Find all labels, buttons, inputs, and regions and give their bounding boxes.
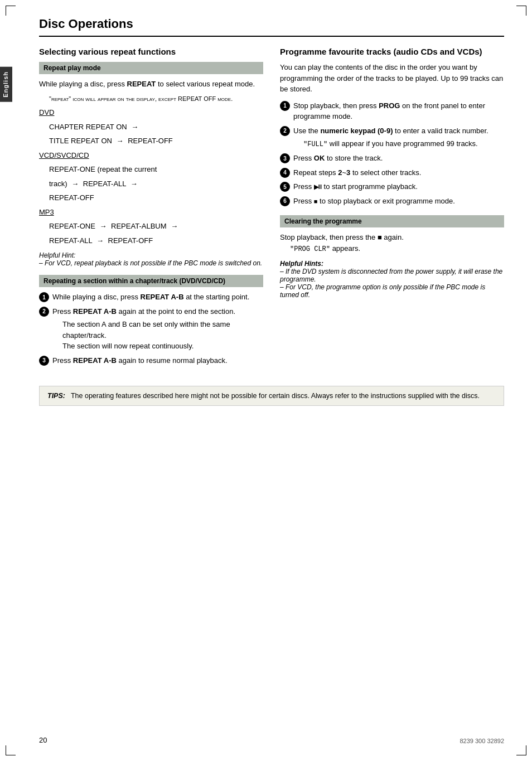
step-3-content: Press REPEAT A-B again to resume normal …: [52, 355, 263, 366]
prog-step-3-content: Press OK to store the track.: [293, 153, 504, 164]
repeat-intro: While playing a disc, press REPEAT to se…: [39, 79, 263, 90]
step-1-content: While playing a disc, press REPEAT A-B a…: [52, 292, 263, 303]
page-title: Disc Operations: [39, 17, 504, 37]
prog-step-2: 2 Use the numeric keypad (0-9) to enter …: [280, 125, 504, 150]
main-content: Selecting various repeat functions Repea…: [39, 47, 504, 369]
prog-step-num-5: 5: [280, 182, 290, 192]
dvd-label: DVD: [39, 107, 263, 118]
clearing-banner: Clearing the programme: [280, 215, 504, 227]
prog-step-6: 6 Press ■ to stop playback or exit progr…: [280, 196, 504, 207]
prog-step-4-content: Repeat steps 2~3 to select other tracks.: [293, 167, 504, 178]
vcd-label: VCD/SVCD/CD: [39, 150, 263, 161]
vcd-repeat-one: REPEAT-ONE (repeat the current: [49, 164, 263, 175]
prog-step-4: 4 Repeat steps 2~3 to select other track…: [280, 167, 504, 178]
repeat-keyword: REPEAT: [127, 80, 156, 88]
repeat-icon-note-text: "repeat" icon will appear on the display…: [49, 95, 233, 102]
programme-steps: 1 Stop playback, then press PROG on the …: [280, 100, 504, 207]
programme-intro: You can play the contents of the disc in…: [280, 62, 504, 95]
repeat-icon-note: "repeat" icon will appear on the display…: [49, 93, 263, 104]
left-column: Selecting various repeat functions Repea…: [39, 47, 263, 369]
step-number-1: 1: [39, 292, 49, 302]
repeat-intro-post: to select various repeat mode.: [158, 80, 255, 88]
prog-step-num-2: 2: [280, 126, 290, 136]
prog-step-num-4: 4: [280, 168, 290, 178]
mp3-repeat-all: REPEAT-ALL → REPEAT-OFF: [49, 235, 263, 246]
repeating-section-banner: Repeating a section within a chapter/tra…: [39, 275, 263, 287]
clearing-section: Clearing the programme Stop playback, th…: [280, 215, 504, 299]
step-2-content: Press REPEAT A-B again at the point to e…: [52, 306, 263, 352]
corner-mark-br: [516, 745, 526, 755]
mp3-label: MP3: [39, 207, 263, 218]
corner-mark-bl: [6, 745, 16, 755]
dvd-chapter-repeat: CHAPTER REPEAT ON →: [49, 122, 263, 133]
prog-step-5-content: Press ▶II to start programme playback.: [293, 181, 504, 192]
tips-label: TIPS:: [47, 392, 65, 400]
product-code: 8239 300 32892: [460, 738, 504, 744]
mp3-repeat-one: REPEAT-ONE → REPEAT-ALBUM →: [49, 221, 263, 232]
corner-mark-tl: [6, 6, 16, 16]
prog-step-1: 1 Stop playback, then press PROG on the …: [280, 100, 504, 122]
prog-step-6-content: Press ■ to stop playback or exit program…: [293, 196, 504, 207]
repeat-step-1: 1 While playing a disc, press REPEAT A-B…: [39, 292, 263, 303]
repeat-step-2: 2 Press REPEAT A-B again at the point to…: [39, 306, 263, 352]
left-section-heading: Selecting various repeat functions: [39, 47, 263, 56]
repeat-play-mode-banner: Repeat play mode: [39, 62, 263, 74]
prog-step-2-content: Use the numeric keypad (0-9) to enter a …: [293, 125, 504, 150]
step-number-3: 3: [39, 356, 49, 366]
vcd-repeat-track: track) → REPEAT-ALL →: [49, 178, 263, 190]
repeat-intro-pre: While playing a disc, press: [39, 80, 125, 88]
prog-step-3: 3 Press OK to store the track.: [280, 153, 504, 164]
dvd-title-repeat: TITLE REPEAT ON → REPEAT-OFF: [49, 135, 263, 147]
corner-mark-tr: [516, 6, 526, 16]
helpful-hints-clearing: Helpful Hints: – If the DVD system is di…: [280, 260, 504, 299]
language-tab: English: [0, 67, 12, 102]
helpful-hint-repeat: Helpful Hint: – For VCD, repeat playback…: [39, 251, 263, 267]
right-column: Programme favourite tracks (audio CDs an…: [280, 47, 504, 369]
prog-step-5: 5 Press ▶II to start programme playback.: [280, 181, 504, 192]
step-number-2: 2: [39, 307, 49, 317]
prog-step-num-1: 1: [280, 101, 290, 111]
clearing-line1: Stop playback, then press the ■ again. "…: [280, 232, 504, 254]
page-number: 20: [39, 736, 47, 744]
vcd-repeat-off: REPEAT-OFF: [49, 192, 263, 203]
prog-step-1-content: Stop playback, then press PROG on the fr…: [293, 100, 504, 122]
prog-step-num-6: 6: [280, 196, 290, 206]
prog-step-num-3: 3: [280, 153, 290, 163]
right-section-heading: Programme favourite tracks (audio CDs an…: [280, 47, 504, 56]
tips-text: The operating features described here mi…: [71, 392, 480, 400]
tips-box: TIPS: The operating features described h…: [39, 386, 504, 406]
repeat-step-3: 3 Press REPEAT A-B again to resume norma…: [39, 355, 263, 366]
